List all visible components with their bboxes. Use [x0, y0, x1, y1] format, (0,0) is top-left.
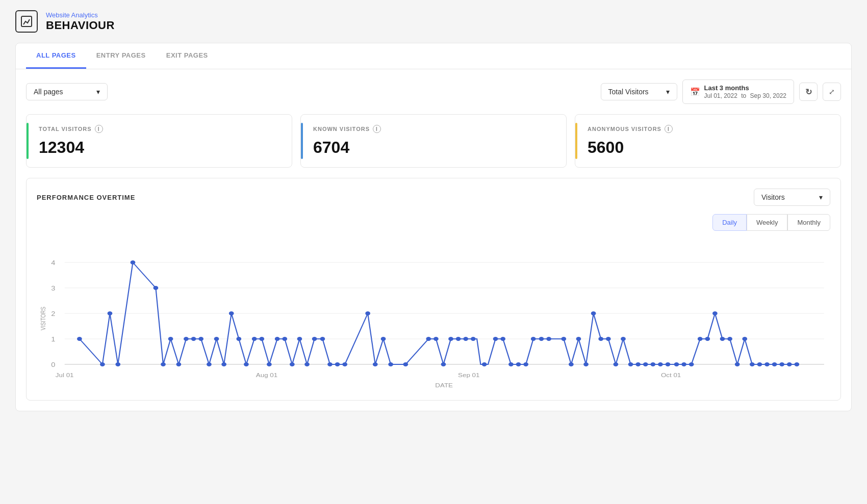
expand-button[interactable]: ⤢ [823, 83, 841, 101]
period-monthly-button[interactable]: Monthly [787, 214, 830, 231]
metric-dropdown-label: Total Visitors [608, 88, 649, 96]
svg-point-97 [764, 362, 770, 366]
chart-section: PERFORMANCE OVERTIME Visitors ▾ Daily We… [26, 178, 841, 401]
total-visitors-card: TOTAL VISITORS i 12304 [26, 114, 292, 168]
svg-point-87 [689, 362, 694, 366]
tab-exit-pages[interactable]: EXIT PAGES [156, 43, 218, 69]
svg-point-66 [523, 362, 528, 366]
known-visitors-label: KNOWN VISITORS i [313, 125, 554, 133]
chart-header: PERFORMANCE OVERTIME Visitors ▾ [37, 189, 830, 206]
svg-point-71 [569, 362, 574, 366]
chart-metric-label: Visitors [761, 193, 785, 201]
anonymous-visitors-info-icon[interactable]: i [665, 125, 673, 133]
date-range-dates: Jul 01, 2022 to Sep 30, 2022 [704, 92, 787, 99]
svg-point-24 [161, 362, 166, 366]
svg-point-95 [750, 362, 755, 366]
svg-text:3: 3 [51, 285, 55, 291]
metric-dropdown-chevron: ▾ [666, 88, 670, 96]
svg-point-20 [108, 311, 113, 315]
svg-point-46 [327, 362, 333, 366]
period-controls-row: Daily Weekly Monthly [37, 214, 830, 231]
svg-point-18 [77, 337, 82, 341]
svg-point-38 [267, 362, 272, 366]
total-visitors-label: TOTAL VISITORS i [39, 125, 279, 133]
svg-point-83 [658, 362, 663, 366]
svg-point-52 [388, 362, 393, 366]
svg-point-77 [614, 362, 619, 366]
svg-text:VISITORS: VISITORS [40, 307, 46, 330]
svg-point-56 [441, 362, 446, 366]
svg-point-64 [508, 362, 514, 366]
svg-point-60 [471, 337, 476, 341]
svg-point-57 [448, 337, 453, 341]
date-range-picker[interactable]: 📅 Last 3 months Jul 01, 2022 to Sep 30, … [682, 79, 795, 104]
svg-point-28 [191, 337, 196, 341]
svg-point-96 [757, 362, 762, 366]
svg-point-32 [221, 362, 226, 366]
svg-point-25 [168, 337, 173, 341]
svg-point-42 [297, 337, 302, 341]
svg-point-100 [787, 362, 792, 366]
pages-dropdown[interactable]: All pages ▾ [26, 83, 108, 100]
metric-dropdown[interactable]: Total Visitors ▾ [601, 83, 677, 100]
period-weekly-button[interactable]: Weekly [747, 214, 787, 231]
svg-point-80 [635, 362, 641, 366]
svg-point-59 [463, 337, 468, 341]
svg-point-29 [198, 337, 203, 341]
svg-point-69 [546, 337, 551, 341]
svg-point-76 [606, 337, 611, 341]
svg-point-33 [229, 311, 234, 315]
svg-point-61 [482, 362, 487, 366]
known-visitors-info-icon[interactable]: i [373, 125, 381, 133]
svg-point-82 [650, 362, 655, 366]
svg-point-51 [381, 337, 386, 341]
svg-point-91 [720, 337, 725, 341]
svg-point-19 [100, 362, 105, 366]
total-visitors-info-icon[interactable]: i [95, 125, 103, 133]
svg-point-94 [742, 337, 747, 341]
svg-point-54 [426, 337, 431, 341]
svg-point-85 [674, 362, 679, 366]
svg-point-63 [500, 337, 505, 341]
svg-point-21 [115, 362, 120, 366]
analytics-icon [15, 10, 38, 33]
chart-metric-dropdown[interactable]: Visitors ▾ [754, 189, 830, 206]
svg-point-44 [312, 337, 317, 341]
svg-text:0: 0 [51, 361, 55, 368]
svg-point-37 [259, 337, 264, 341]
svg-point-22 [131, 260, 136, 264]
refresh-button[interactable]: ↻ [799, 83, 818, 101]
period-controls: Daily Weekly Monthly [712, 214, 830, 231]
stats-row: TOTAL VISITORS i 12304 KNOWN VISITORS i … [26, 114, 841, 168]
anonymous-visitors-label: ANONYMOUS VISITORS i [588, 125, 828, 133]
svg-point-47 [335, 362, 340, 366]
anonymous-visitors-value: 5600 [588, 138, 828, 157]
period-daily-button[interactable]: Daily [712, 214, 747, 231]
svg-text:Aug 01: Aug 01 [256, 372, 278, 379]
svg-point-53 [403, 362, 408, 366]
svg-point-98 [772, 362, 777, 366]
svg-point-75 [598, 337, 603, 341]
svg-point-40 [282, 337, 287, 341]
header-text-block: Website Analytics BEHAVIOUR [46, 11, 115, 32]
svg-point-67 [531, 337, 536, 341]
chart-area: 0 1 2 3 4 VISITORS Jul 01 [37, 237, 830, 390]
svg-point-99 [779, 362, 784, 366]
tab-all-pages[interactable]: ALL PAGES [26, 43, 86, 69]
svg-point-78 [621, 337, 626, 341]
right-controls: Total Visitors ▾ 📅 Last 3 months Jul 01,… [601, 79, 842, 104]
svg-point-23 [154, 286, 159, 290]
svg-point-93 [735, 362, 740, 366]
svg-point-92 [727, 337, 732, 341]
svg-point-27 [184, 337, 189, 341]
line-chart: 0 1 2 3 4 VISITORS Jul 01 [37, 237, 830, 390]
expand-icon: ⤢ [829, 88, 835, 96]
svg-point-62 [493, 337, 498, 341]
refresh-icon: ↻ [805, 87, 812, 97]
svg-text:2: 2 [51, 310, 55, 317]
svg-point-72 [576, 337, 581, 341]
tab-entry-pages[interactable]: ENTRY PAGES [86, 43, 156, 69]
svg-point-81 [643, 362, 648, 366]
main-card: ALL PAGES ENTRY PAGES EXIT PAGES All pag… [15, 43, 852, 411]
pages-dropdown-label: All pages [34, 88, 63, 96]
